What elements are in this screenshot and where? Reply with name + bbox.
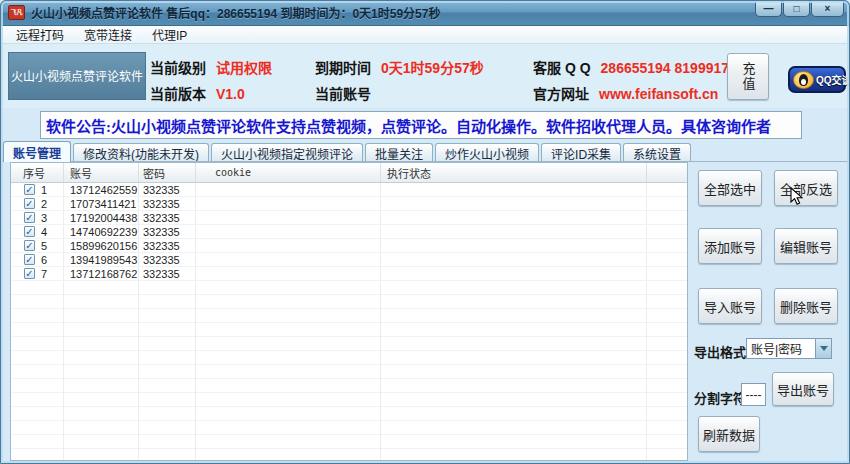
- table-row[interactable]: ✓3 17192004438 332335: [11, 211, 687, 225]
- account-cell: 13941989543: [64, 253, 139, 266]
- maximize-button[interactable]: □: [783, 0, 810, 17]
- row-checkbox[interactable]: ✓: [24, 240, 35, 251]
- delete-account-button[interactable]: 删除账号: [774, 288, 838, 324]
- password-cell: 332335: [139, 267, 196, 280]
- row-checkbox[interactable]: ✓: [24, 254, 35, 265]
- recharge-button-label: 充值: [739, 62, 758, 92]
- tab-account-management[interactable]: 账号管理: [3, 141, 71, 162]
- table-row[interactable]: ✓7 13712168762 332335: [11, 267, 687, 281]
- column-header-index[interactable]: 序号: [11, 163, 64, 182]
- import-account-button[interactable]: 导入账号: [698, 288, 762, 324]
- column-header-status[interactable]: 执行状态: [381, 163, 647, 182]
- current-level-field: 当前级别试用权限: [150, 57, 272, 77]
- row-checkbox[interactable]: ✓: [24, 212, 35, 223]
- cookie-cell: [196, 253, 381, 266]
- account-cell: 14740692239: [64, 225, 139, 238]
- export-account-button[interactable]: 导出账号: [772, 372, 834, 406]
- official-site-value[interactable]: www.feifansoft.cn: [599, 86, 718, 102]
- tab-batch-follow[interactable]: 批量关注: [365, 143, 433, 162]
- export-format-value: 账号|密码: [747, 340, 815, 357]
- status-cell: [381, 225, 647, 238]
- refresh-data-button[interactable]: 刷新数据: [698, 416, 760, 452]
- expire-time-field: 到期时间0天1时59分57秒: [315, 57, 484, 77]
- chevron-down-icon[interactable]: [815, 339, 831, 358]
- menu-item-broadband[interactable]: 宽带连接: [74, 26, 142, 43]
- official-site-field: 官方网址www.feifansoft.cn: [533, 83, 718, 103]
- separator-label: 分割字符: [694, 388, 746, 407]
- expire-time-value: 0天1时59分57秒: [381, 60, 484, 76]
- table-row[interactable]: ✓6 13941989543 332335: [11, 253, 687, 267]
- cookie-cell: [196, 225, 381, 238]
- index-cell: 5: [41, 240, 47, 252]
- password-cell: 332335: [139, 197, 196, 210]
- menu-item-remote-code[interactable]: 远程打码: [6, 26, 74, 43]
- minimize-button[interactable]: —: [755, 0, 782, 17]
- qq-chat-button[interactable]: QQ交谈: [788, 66, 846, 93]
- header-band: 火山小视频点赞评论软件 当前级别试用权限 当前版本V1.0 到期时间0天1时59…: [0, 44, 850, 108]
- account-table: 序号 账号 密码 cookie 执行状态 ✓1 13712462559 3323…: [10, 162, 688, 461]
- support-qq-label: 客服 Q Q: [533, 60, 591, 76]
- separator-input[interactable]: [741, 383, 766, 406]
- index-cell: 1: [41, 184, 47, 196]
- app-logo-icon: 飞凡: [8, 5, 25, 20]
- menu-bar: 远程打码 宽带连接 代理IP: [0, 26, 850, 44]
- table-row[interactable]: ✓5 15899620156 332335: [11, 239, 687, 253]
- table-row[interactable]: ✓2 17073411421 332335: [11, 197, 687, 211]
- account-cell: 17073411421: [64, 197, 139, 210]
- index-cell: 4: [41, 226, 47, 238]
- status-cell: [381, 211, 647, 224]
- qq-penguin-icon: [793, 71, 814, 89]
- password-cell: 332335: [139, 225, 196, 238]
- export-format-select[interactable]: 账号|密码: [746, 338, 832, 359]
- account-cell: 17192004438: [64, 211, 139, 224]
- status-cell: [381, 183, 647, 196]
- cookie-cell: [196, 197, 381, 210]
- cookie-cell: [196, 183, 381, 196]
- tab-bar: 账号管理 修改资料(功能未开发) 火山小视频指定视频评论 批量关注 炒作火山小视…: [0, 141, 850, 162]
- app-name-badge: 火山小视频点赞评论软件: [8, 52, 146, 100]
- status-cell: [381, 253, 647, 266]
- recharge-button[interactable]: 充值: [727, 53, 769, 100]
- table-row[interactable]: ✓1 13712462559 332335: [11, 183, 687, 197]
- expire-time-label: 到期时间: [315, 60, 371, 76]
- window-controls: — □ ×: [754, 0, 844, 17]
- close-button[interactable]: ×: [811, 0, 844, 17]
- tab-video-comment[interactable]: 火山小视频指定视频评论: [211, 143, 363, 162]
- select-all-button[interactable]: 全部选中: [698, 170, 762, 206]
- current-account-label: 当前账号: [315, 86, 371, 102]
- index-cell: 7: [41, 268, 47, 280]
- column-header-filler: [647, 163, 687, 182]
- official-site-label: 官方网址: [533, 86, 589, 102]
- add-account-button[interactable]: 添加账号: [698, 228, 762, 264]
- row-checkbox[interactable]: ✓: [24, 184, 35, 195]
- window-title: 火山小视频点赞评论软件 售后qq：286655194 到期时间为：0天1时59分…: [31, 4, 440, 21]
- row-checkbox[interactable]: ✓: [24, 226, 35, 237]
- qq-chat-label: QQ交谈: [816, 72, 850, 87]
- announcement-box: 软件公告:火山小视频点赞评论软件支持点赞视频，点赞评论。自动化操作。软件招收代理…: [40, 111, 802, 139]
- index-cell: 6: [41, 254, 47, 266]
- tab-system-settings[interactable]: 系统设置: [623, 143, 691, 162]
- row-checkbox[interactable]: ✓: [24, 268, 35, 279]
- current-version-value: V1.0: [216, 86, 245, 102]
- cookie-cell: [196, 239, 381, 252]
- table-row[interactable]: ✓4 14740692239 332335: [11, 225, 687, 239]
- current-level-label: 当前级别: [150, 60, 206, 76]
- export-format-label: 导出格式: [694, 342, 746, 361]
- column-header-account[interactable]: 账号: [64, 163, 139, 182]
- menu-item-proxy-ip[interactable]: 代理IP: [142, 26, 197, 43]
- status-cell: [381, 197, 647, 210]
- row-checkbox[interactable]: ✓: [24, 198, 35, 209]
- account-cell: 15899620156: [64, 239, 139, 252]
- column-header-cookie[interactable]: cookie: [196, 163, 381, 182]
- support-qq-field: 客服 Q Q286655194 8199917: [533, 57, 729, 77]
- tab-comment-id-collect[interactable]: 评论ID采集: [541, 143, 621, 162]
- tab-promote-video[interactable]: 炒作火山小视频: [435, 143, 539, 162]
- current-account-field: 当前账号: [315, 83, 381, 103]
- password-cell: 332335: [139, 183, 196, 196]
- tab-edit-profile[interactable]: 修改资料(功能未开发): [73, 143, 209, 162]
- password-cell: 332335: [139, 211, 196, 224]
- edit-account-button[interactable]: 编辑账号: [774, 228, 838, 264]
- cookie-cell: [196, 211, 381, 224]
- invert-selection-button[interactable]: 全部反选: [774, 170, 838, 206]
- column-header-password[interactable]: 密码: [139, 163, 196, 182]
